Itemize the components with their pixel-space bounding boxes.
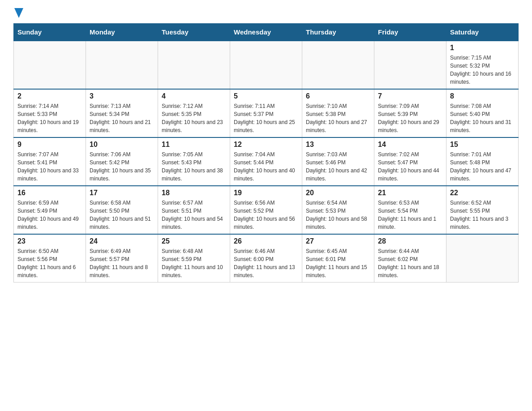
day-number: 8 (450, 92, 515, 100)
page-header (13, 9, 519, 16)
day-info: Sunrise: 6:54 AM Sunset: 5:53 PM Dayligh… (306, 199, 370, 231)
day-number: 22 (450, 189, 515, 197)
week-row-0: 1Sunrise: 7:15 AM Sunset: 5:32 PM Daylig… (14, 41, 519, 89)
calendar-cell-w4-d4: 27Sunrise: 6:45 AM Sunset: 6:01 PM Dayli… (302, 234, 374, 283)
day-info: Sunrise: 7:15 AM Sunset: 5:32 PM Dayligh… (450, 54, 515, 86)
calendar-cell-w4-d6 (446, 234, 519, 283)
calendar-cell-w0-d6: 1Sunrise: 7:15 AM Sunset: 5:32 PM Daylig… (446, 41, 519, 89)
calendar-cell-w0-d4 (302, 41, 374, 89)
day-number: 23 (17, 237, 82, 245)
day-info: Sunrise: 6:46 AM Sunset: 6:00 PM Dayligh… (234, 247, 298, 279)
day-info: Sunrise: 6:53 AM Sunset: 5:54 PM Dayligh… (378, 199, 442, 231)
day-info: Sunrise: 6:45 AM Sunset: 6:01 PM Dayligh… (306, 247, 370, 279)
calendar-cell-w0-d1 (86, 41, 158, 89)
day-info: Sunrise: 6:58 AM Sunset: 5:50 PM Dayligh… (90, 199, 154, 231)
header-day-thursday: Thursday (302, 24, 374, 41)
calendar-cell-w0-d2 (158, 41, 230, 89)
calendar-cell-w2-d3: 12Sunrise: 7:04 AM Sunset: 5:44 PM Dayli… (230, 137, 302, 186)
week-row-2: 9Sunrise: 7:07 AM Sunset: 5:41 PM Daylig… (14, 137, 519, 186)
calendar-cell-w1-d4: 6Sunrise: 7:10 AM Sunset: 5:38 PM Daylig… (302, 89, 374, 137)
day-number: 12 (234, 141, 298, 149)
day-info: Sunrise: 7:08 AM Sunset: 5:40 PM Dayligh… (450, 102, 515, 134)
day-number: 13 (306, 141, 370, 149)
day-info: Sunrise: 7:11 AM Sunset: 5:37 PM Dayligh… (234, 102, 298, 134)
day-number: 24 (90, 237, 154, 245)
calendar-cell-w3-d3: 19Sunrise: 6:56 AM Sunset: 5:52 PM Dayli… (230, 186, 302, 234)
calendar-body: 1Sunrise: 7:15 AM Sunset: 5:32 PM Daylig… (14, 41, 519, 283)
day-number: 11 (162, 141, 226, 149)
day-number: 28 (378, 237, 442, 245)
calendar-cell-w0-d3 (230, 41, 302, 89)
calendar-cell-w1-d5: 7Sunrise: 7:09 AM Sunset: 5:39 PM Daylig… (374, 89, 446, 137)
day-number: 15 (450, 141, 515, 149)
calendar-cell-w2-d6: 15Sunrise: 7:01 AM Sunset: 5:48 PM Dayli… (446, 137, 519, 186)
calendar-cell-w4-d1: 24Sunrise: 6:49 AM Sunset: 5:57 PM Dayli… (86, 234, 158, 283)
svg-marker-0 (14, 8, 23, 18)
calendar-cell-w3-d6: 22Sunrise: 6:52 AM Sunset: 5:55 PM Dayli… (446, 186, 519, 234)
calendar-cell-w1-d6: 8Sunrise: 7:08 AM Sunset: 5:40 PM Daylig… (446, 89, 519, 137)
calendar-cell-w2-d0: 9Sunrise: 7:07 AM Sunset: 5:41 PM Daylig… (14, 137, 86, 186)
day-info: Sunrise: 7:14 AM Sunset: 5:33 PM Dayligh… (17, 102, 82, 134)
day-info: Sunrise: 7:10 AM Sunset: 5:38 PM Dayligh… (306, 102, 370, 134)
day-info: Sunrise: 7:09 AM Sunset: 5:39 PM Dayligh… (378, 102, 442, 134)
day-info: Sunrise: 6:59 AM Sunset: 5:49 PM Dayligh… (17, 199, 82, 231)
day-number: 4 (162, 92, 226, 100)
day-number: 21 (378, 189, 442, 197)
calendar-header: SundayMondayTuesdayWednesdayThursdayFrid… (14, 24, 519, 41)
calendar-cell-w4-d5: 28Sunrise: 6:44 AM Sunset: 6:02 PM Dayli… (374, 234, 446, 283)
header-day-sunday: Sunday (14, 24, 86, 41)
day-number: 19 (234, 189, 298, 197)
day-info: Sunrise: 6:49 AM Sunset: 5:57 PM Dayligh… (90, 247, 154, 279)
day-info: Sunrise: 6:57 AM Sunset: 5:51 PM Dayligh… (162, 199, 226, 231)
day-number: 7 (378, 92, 442, 100)
day-number: 27 (306, 237, 370, 245)
calendar-cell-w4-d2: 25Sunrise: 6:48 AM Sunset: 5:59 PM Dayli… (158, 234, 230, 283)
calendar-cell-w3-d4: 20Sunrise: 6:54 AM Sunset: 5:53 PM Dayli… (302, 186, 374, 234)
logo-triangle-icon (14, 8, 23, 18)
day-number: 9 (17, 141, 82, 149)
day-info: Sunrise: 6:56 AM Sunset: 5:52 PM Dayligh… (234, 199, 298, 231)
day-info: Sunrise: 7:12 AM Sunset: 5:35 PM Dayligh… (162, 102, 226, 134)
day-number: 26 (234, 237, 298, 245)
day-number: 2 (17, 92, 82, 100)
day-number: 1 (450, 44, 515, 52)
day-number: 17 (90, 189, 154, 197)
day-number: 14 (378, 141, 442, 149)
day-info: Sunrise: 7:07 AM Sunset: 5:41 PM Dayligh… (17, 150, 82, 183)
header-day-monday: Monday (86, 24, 158, 41)
header-day-saturday: Saturday (446, 24, 519, 41)
day-number: 18 (162, 189, 226, 197)
calendar-cell-w1-d3: 5Sunrise: 7:11 AM Sunset: 5:37 PM Daylig… (230, 89, 302, 137)
day-number: 10 (90, 141, 154, 149)
day-number: 6 (306, 92, 370, 100)
day-info: Sunrise: 7:13 AM Sunset: 5:34 PM Dayligh… (90, 102, 154, 134)
day-info: Sunrise: 6:52 AM Sunset: 5:55 PM Dayligh… (450, 199, 515, 231)
day-number: 20 (306, 189, 370, 197)
calendar-cell-w3-d5: 21Sunrise: 6:53 AM Sunset: 5:54 PM Dayli… (374, 186, 446, 234)
calendar-cell-w2-d5: 14Sunrise: 7:02 AM Sunset: 5:47 PM Dayli… (374, 137, 446, 186)
day-info: Sunrise: 7:03 AM Sunset: 5:46 PM Dayligh… (306, 150, 370, 183)
header-day-tuesday: Tuesday (158, 24, 230, 41)
logo (13, 9, 23, 16)
day-number: 16 (17, 189, 82, 197)
calendar-cell-w3-d0: 16Sunrise: 6:59 AM Sunset: 5:49 PM Dayli… (14, 186, 86, 234)
day-number: 5 (234, 92, 298, 100)
day-info: Sunrise: 6:44 AM Sunset: 6:02 PM Dayligh… (378, 247, 442, 279)
calendar-cell-w0-d5 (374, 41, 446, 89)
calendar-cell-w1-d0: 2Sunrise: 7:14 AM Sunset: 5:33 PM Daylig… (14, 89, 86, 137)
day-info: Sunrise: 6:50 AM Sunset: 5:56 PM Dayligh… (17, 247, 82, 279)
header-day-friday: Friday (374, 24, 446, 41)
day-info: Sunrise: 7:04 AM Sunset: 5:44 PM Dayligh… (234, 150, 298, 183)
days-of-week-row: SundayMondayTuesdayWednesdayThursdayFrid… (14, 24, 519, 41)
calendar-cell-w0-d0 (14, 41, 86, 89)
calendar-table: SundayMondayTuesdayWednesdayThursdayFrid… (13, 23, 519, 283)
day-info: Sunrise: 7:06 AM Sunset: 5:42 PM Dayligh… (90, 150, 154, 183)
calendar-cell-w2-d2: 11Sunrise: 7:05 AM Sunset: 5:43 PM Dayli… (158, 137, 230, 186)
week-row-1: 2Sunrise: 7:14 AM Sunset: 5:33 PM Daylig… (14, 89, 519, 137)
day-info: Sunrise: 7:02 AM Sunset: 5:47 PM Dayligh… (378, 150, 442, 183)
calendar-cell-w4-d0: 23Sunrise: 6:50 AM Sunset: 5:56 PM Dayli… (14, 234, 86, 283)
calendar-cell-w4-d3: 26Sunrise: 6:46 AM Sunset: 6:00 PM Dayli… (230, 234, 302, 283)
week-row-4: 23Sunrise: 6:50 AM Sunset: 5:56 PM Dayli… (14, 234, 519, 283)
week-row-3: 16Sunrise: 6:59 AM Sunset: 5:49 PM Dayli… (14, 186, 519, 234)
calendar-cell-w3-d2: 18Sunrise: 6:57 AM Sunset: 5:51 PM Dayli… (158, 186, 230, 234)
